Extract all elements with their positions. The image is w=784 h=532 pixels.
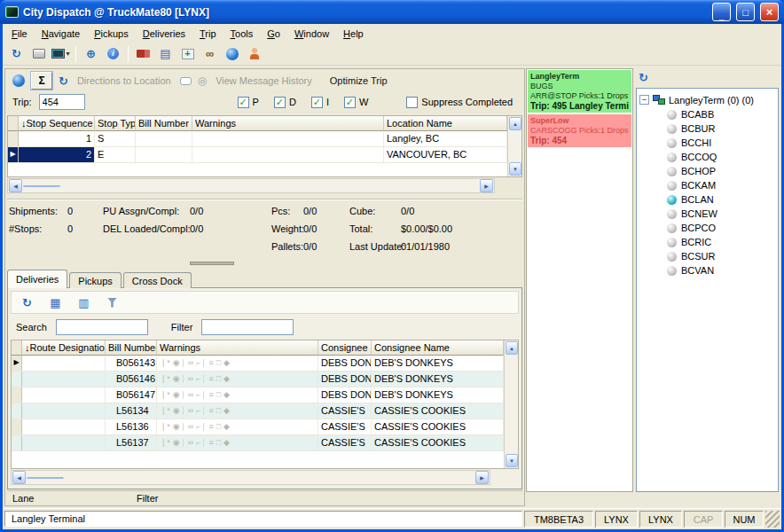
stops-column-header-4[interactable]: Location Name (384, 116, 507, 131)
cell-route-designation[interactable] (22, 387, 106, 403)
trip-card-1[interactable]: LangleyTermBUGSARR@STOP Picks:1 Drops: 0… (528, 70, 631, 113)
stop-cell-4[interactable]: VANCOUVER, BC (384, 147, 507, 162)
deliveries-column-header-1[interactable]: Bill Number (106, 340, 157, 356)
cell-consignee-name[interactable]: DEB'S DONKEYS (372, 387, 504, 403)
splitter[interactable] (7, 260, 522, 267)
dropdown-arrow-icon[interactable]: ▾ (66, 50, 69, 58)
tab-pickups[interactable]: Pickups (69, 272, 122, 288)
trip-card-2[interactable]: SuperLowCARSCOGG Picks:1 Drops: 0Trip: 4… (528, 114, 631, 147)
user-button[interactable] (244, 44, 264, 64)
menu-deliveries[interactable]: Deliveries (136, 26, 192, 42)
menu-tools[interactable]: Tools (223, 26, 261, 42)
collapse-icon[interactable]: − (639, 95, 649, 105)
deliveries-column-header-0[interactable]: ↓Route Designation (22, 340, 106, 356)
summary-button[interactable]: Σ (31, 72, 52, 90)
scroll-thumb[interactable] (27, 477, 64, 479)
stop-row[interactable]: ▶2EVANCOUVER, BC (8, 147, 507, 163)
cell-bill-number[interactable]: B056143 (106, 356, 157, 371)
history-icon[interactable]: ◎ (198, 75, 207, 87)
menu-trip[interactable]: Trip (192, 26, 223, 42)
stops-horizontal-scrollbar[interactable]: ◀ ▶ (7, 178, 495, 193)
tree-item-bcnew[interactable]: BCNEW (639, 207, 775, 221)
table-alt-button[interactable]: ▥ (74, 293, 94, 312)
cell-consignee[interactable]: CASSIE'S (318, 435, 372, 450)
message-bubble-icon[interactable] (180, 77, 192, 85)
filter-input[interactable] (201, 319, 294, 335)
stops-column-header-3[interactable]: Warnings (192, 116, 384, 131)
filter-w[interactable]: ✓W (344, 97, 368, 108)
cell-consignee-name[interactable]: CASSIE'S COOKIES (372, 435, 504, 450)
stop-cell-1[interactable]: E (95, 147, 136, 162)
stops-column-header-1[interactable]: Stop Type (95, 116, 136, 131)
stop-row[interactable]: 1SLangley, BC (8, 131, 507, 147)
tab-deliveries[interactable]: Deliveries (7, 270, 67, 288)
search-input[interactable] (56, 319, 148, 335)
scroll-up-button[interactable]: ▲ (506, 341, 518, 355)
delivery-row[interactable]: L56136|*◉∞⌐≡□◆CASSIE'SCASSIE'S COOKIES (12, 419, 504, 435)
optimize-trip-button[interactable]: Optimize Trip (330, 75, 388, 86)
delivery-row[interactable]: B056146|*◉∞⌐≡□◆DEBS DONKEDEB'S DONKEYS (12, 372, 504, 387)
tree-item-bcchi[interactable]: BCCHI (639, 136, 775, 150)
scroll-track[interactable] (505, 355, 518, 453)
menu-help[interactable]: Help (336, 26, 371, 42)
stop-cell-2[interactable] (136, 131, 192, 146)
cell-route-designation[interactable] (22, 419, 106, 434)
truck-button[interactable] (133, 44, 153, 64)
cell-bill-number[interactable]: B056147 (106, 387, 157, 403)
view-message-history-button[interactable]: View Message History (216, 75, 312, 86)
cell-consignee-name[interactable]: DEB'S DONKEYS (372, 356, 504, 371)
cell-consignee[interactable]: DEBS DONKE (318, 372, 372, 387)
cell-bill-number[interactable]: L56134 (106, 403, 157, 419)
tree-item-bckam[interactable]: BCKAM (639, 178, 775, 192)
world-button[interactable]: ⊕ (81, 44, 101, 64)
cell-consignee-name[interactable]: DEB'S DONKEYS (372, 372, 504, 387)
tab-cross-dock[interactable]: Cross Dock (123, 272, 192, 288)
print-button[interactable] (28, 44, 49, 64)
tree-item-bccoq[interactable]: BCCOQ (639, 150, 775, 164)
checkbox-i[interactable]: ✓ (311, 97, 323, 108)
stop-cell-3[interactable] (192, 131, 384, 146)
scroll-left-button[interactable]: ◀ (9, 179, 22, 192)
scroll-down-button[interactable]: ▼ (506, 454, 518, 467)
add-grid-button[interactable]: + (177, 44, 198, 64)
stop-cell-0[interactable]: 1 (19, 131, 95, 146)
cell-consignee[interactable]: DEBS DONKE (318, 356, 372, 371)
cell-consignee-name[interactable]: CASSIE'S COOKIES (372, 403, 504, 419)
checkbox-w[interactable]: ✓ (344, 97, 356, 108)
suppress-completed-checkbox[interactable]: Suppress Completed (406, 97, 513, 108)
scroll-thumb[interactable] (23, 185, 60, 187)
delivery-row[interactable]: ▶B056143|*◉∞⌐≡□◆DEBS DONKEDEB'S DONKEYS (12, 356, 504, 372)
cell-consignee-name[interactable]: CASSIE'S COOKIES (372, 419, 504, 434)
scroll-down-button[interactable]: ▼ (509, 162, 521, 176)
tree-item-bchop[interactable]: BCHOP (639, 164, 775, 178)
tree-item-bcric[interactable]: BCRIC (639, 235, 775, 249)
delivery-row[interactable]: L56137|*◉∞⌐≡□◆CASSIE'SCASSIE'S COOKIES (12, 435, 504, 451)
cell-route-designation[interactable] (22, 356, 106, 371)
filter-funnel-button[interactable] (102, 293, 122, 312)
refresh-button[interactable]: ↻ (6, 44, 27, 64)
resize-grip[interactable] (765, 511, 780, 528)
cell-consignee[interactable]: DEBS DONKE (318, 387, 372, 403)
trip-number-input[interactable] (39, 94, 85, 110)
info-button[interactable]: i (103, 44, 123, 64)
checkbox-suppress[interactable] (406, 97, 418, 108)
cell-consignee[interactable]: CASSIE'S (318, 419, 372, 434)
deliveries-column-header-3[interactable]: Consignee (318, 340, 372, 356)
menu-window[interactable]: Window (287, 26, 336, 42)
cell-route-designation[interactable] (22, 435, 106, 450)
deliveries-column-header-4[interactable]: Consignee Name (372, 340, 504, 356)
refresh-button[interactable]: ↻ (17, 293, 37, 312)
stop-cell-2[interactable] (136, 147, 192, 162)
checkbox-p[interactable]: ✓ (238, 97, 249, 108)
minimize-button[interactable]: _ (712, 3, 731, 21)
scroll-track[interactable] (508, 130, 521, 161)
table-button[interactable]: ▦ (45, 293, 66, 312)
deliveries-horizontal-scrollbar[interactable]: ◀ ▶ (11, 470, 490, 485)
deliveries-column-header-2[interactable]: Warnings (157, 340, 318, 356)
stops-column-header-2[interactable]: Bill Number (136, 116, 192, 131)
tree-item-bcpco[interactable]: BCPCO (639, 221, 775, 235)
cell-route-designation[interactable] (22, 403, 106, 419)
filter-p[interactable]: ✓P (238, 97, 259, 108)
title-bar[interactable]: City Dispatch @ TruckMate80 [LYNX] _ □ × (0, 0, 784, 24)
screen-menu-button[interactable]: ▾ (51, 44, 71, 64)
